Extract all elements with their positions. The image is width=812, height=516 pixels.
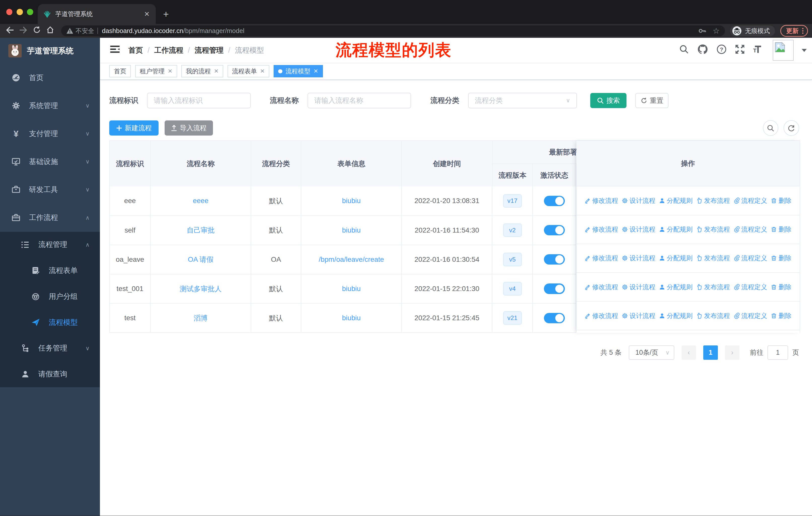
back-button[interactable] (4, 26, 16, 35)
publish-process-link[interactable]: 发布流程 (696, 283, 730, 292)
close-window-button[interactable] (6, 9, 12, 15)
design-process-link[interactable]: 设计流程 (622, 225, 656, 234)
design-process-link[interactable]: 设计流程 (622, 311, 656, 320)
design-process-link[interactable]: 设计流程 (622, 254, 656, 263)
page-number-1[interactable]: 1 (703, 346, 718, 360)
process-definition-link[interactable]: 流程定义 (733, 196, 767, 205)
delete-link[interactable]: 删除 (771, 225, 791, 234)
cell-form-link[interactable]: /bpm/oa/leave/create (301, 245, 402, 274)
breadcrumb-item[interactable]: 工作流程 (154, 45, 183, 55)
browser-tab[interactable]: 芋道管理系统 ✕ (38, 4, 156, 24)
update-label[interactable]: 更新 (786, 27, 799, 35)
sidebar-item-process-mgmt[interactable]: 流程管理 ∧ (0, 232, 100, 258)
reset-button[interactable]: 重置 (635, 93, 669, 108)
reload-button[interactable] (31, 26, 42, 35)
tag-close-icon[interactable]: ✕ (168, 68, 172, 75)
help-question-icon[interactable]: ? (716, 44, 727, 56)
goto-page-input[interactable]: 1 (767, 346, 788, 360)
cell-process-name-link[interactable]: 自己审批 (151, 216, 251, 245)
sidebar-item-payment[interactable]: ¥ 支付管理 ∨ (0, 120, 100, 147)
modify-process-link[interactable]: 修改流程 (584, 225, 618, 234)
sidebar-item-infra[interactable]: 基础设施 ∨ (0, 147, 100, 175)
tag-my-process[interactable]: 我的流程✕ (181, 65, 223, 77)
design-process-link[interactable]: 设计流程 (622, 283, 656, 292)
modify-process-link[interactable]: 修改流程 (584, 254, 618, 263)
cell-process-name-link[interactable]: OA 请假 (151, 245, 251, 274)
user-avatar[interactable] (773, 40, 793, 60)
cell-process-name-link[interactable]: eeee (151, 186, 251, 215)
active-toggle[interactable] (544, 283, 564, 294)
sidebar-item-devtools[interactable]: 研发工具 ∨ (0, 175, 100, 203)
sidebar-item-leave-query[interactable]: 请假查询 (0, 361, 100, 387)
publish-process-link[interactable]: 发布流程 (696, 196, 730, 205)
assign-rule-link[interactable]: 分配规则 (659, 311, 693, 320)
menu-fold-icon[interactable] (110, 45, 120, 56)
zoom-window-button[interactable] (27, 9, 33, 15)
publish-process-link[interactable]: 发布流程 (696, 311, 730, 320)
assign-rule-link[interactable]: 分配规则 (659, 225, 693, 234)
active-toggle[interactable] (544, 196, 564, 206)
process-definition-link[interactable]: 流程定义 (733, 225, 767, 234)
new-tab-button[interactable]: + (163, 4, 169, 24)
import-process-button[interactable]: 导入流程 (165, 120, 213, 136)
address-bar[interactable]: 不安全 dashboard.yudao.iocoder.cn/bpm/manag… (61, 25, 725, 36)
minimize-window-button[interactable] (17, 9, 23, 15)
tag-tenant[interactable]: 租户管理✕ (135, 65, 177, 77)
tag-process-model-active[interactable]: 流程模型✕ (273, 65, 323, 77)
header-search-icon[interactable] (679, 44, 689, 56)
cell-form-link[interactable]: biubiu (301, 274, 402, 303)
cell-form-link[interactable]: biubiu (301, 216, 402, 245)
tag-close-icon[interactable]: ✕ (214, 68, 219, 75)
next-page-button[interactable]: › (725, 346, 740, 360)
tag-close-icon[interactable]: ✕ (313, 68, 318, 75)
browser-menu-icon[interactable] (802, 28, 804, 34)
sidebar-item-home[interactable]: 首页 (0, 64, 100, 92)
toggle-search-button[interactable] (763, 120, 779, 136)
assign-rule-link[interactable]: 分配规则 (659, 283, 693, 292)
tag-process-form[interactable]: 流程表单✕ (228, 65, 269, 77)
create-process-button[interactable]: 新建流程 (109, 120, 158, 136)
delete-link[interactable]: 删除 (771, 283, 791, 292)
sidebar-item-process-form[interactable]: 流程表单 (0, 257, 100, 283)
forward-button[interactable] (18, 26, 29, 35)
design-process-link[interactable]: 设计流程 (622, 196, 656, 205)
cell-process-name-link[interactable]: 滔博 (151, 304, 251, 332)
active-toggle[interactable] (544, 254, 564, 265)
modify-process-link[interactable]: 修改流程 (584, 196, 618, 205)
process-definition-link[interactable]: 流程定义 (733, 311, 767, 320)
search-button[interactable]: 搜索 (590, 93, 627, 108)
sidebar-item-process-model[interactable]: 流程模型 (0, 309, 100, 335)
cell-process-name-link[interactable]: 测试多审批人 (151, 274, 251, 303)
sidebar-item-task-mgmt[interactable]: 任务管理 ∨ (0, 335, 100, 361)
publish-process-link[interactable]: 发布流程 (696, 225, 730, 234)
process-definition-link[interactable]: 流程定义 (733, 254, 767, 263)
sidebar-item-system[interactable]: 系统管理 ∨ (0, 92, 100, 120)
cell-form-link[interactable]: biubiu (301, 304, 402, 332)
delete-link[interactable]: 删除 (771, 254, 791, 263)
tag-home[interactable]: 首页 (109, 65, 131, 77)
tab-close-icon[interactable]: ✕ (143, 10, 151, 18)
publish-process-link[interactable]: 发布流程 (696, 254, 730, 263)
process-definition-link[interactable]: 流程定义 (733, 283, 767, 292)
avatar-dropdown-caret[interactable] (802, 49, 807, 52)
browser-update-button[interactable]: 更新 (780, 25, 808, 37)
tag-close-icon[interactable]: ✕ (260, 68, 265, 75)
active-toggle[interactable] (544, 313, 564, 323)
github-icon[interactable] (697, 44, 708, 57)
assign-rule-link[interactable]: 分配规则 (659, 196, 693, 205)
delete-link[interactable]: 删除 (771, 311, 791, 320)
bookmark-star-icon[interactable]: ☆ (713, 26, 720, 35)
assign-rule-link[interactable]: 分配规则 (659, 254, 693, 263)
modify-process-link[interactable]: 修改流程 (584, 283, 618, 292)
sidebar-item-workflow[interactable]: 工作流程 ∧ (0, 204, 100, 232)
home-button[interactable] (45, 26, 56, 35)
fullscreen-icon[interactable] (735, 44, 745, 56)
password-key-icon[interactable] (698, 26, 706, 35)
process-id-input[interactable]: 请输入流程标识 (147, 93, 251, 108)
security-warning-icon[interactable] (66, 27, 74, 34)
delete-link[interactable]: 删除 (771, 196, 791, 205)
active-toggle[interactable] (544, 225, 564, 235)
breadcrumb-item[interactable]: 首页 (128, 45, 143, 55)
modify-process-link[interactable]: 修改流程 (584, 311, 618, 320)
page-size-select[interactable]: 10条/页 ∨ (629, 346, 674, 360)
